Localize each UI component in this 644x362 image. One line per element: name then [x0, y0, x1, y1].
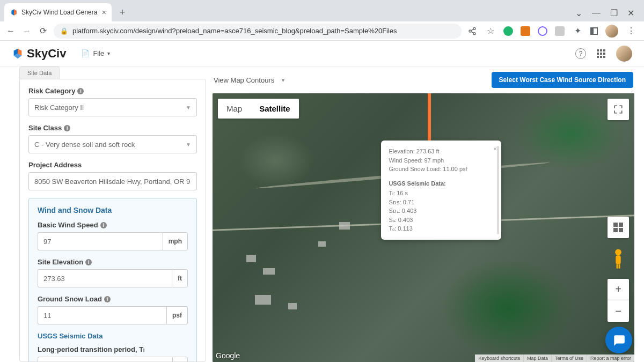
fullscreen-button[interactable]	[608, 99, 629, 120]
svg-rect-8	[617, 264, 618, 269]
info-tl: Tₗ: 16 s	[389, 189, 494, 198]
extension-orange-icon[interactable]	[521, 26, 530, 36]
elevation-label: Site Elevation i	[38, 258, 188, 266]
user-avatar[interactable]	[616, 46, 632, 62]
extension-green-icon[interactable]	[503, 26, 513, 36]
logo-text: SkyCiv	[27, 47, 66, 61]
new-tab-button[interactable]: +	[115, 5, 130, 20]
risk-category-select[interactable]: Risk Category II▼	[28, 98, 197, 116]
close-window-icon[interactable]: ✕	[627, 8, 634, 18]
info-usgs-title: USGS Seismic Data:	[389, 179, 494, 188]
info-icon[interactable]: i	[100, 222, 107, 228]
map-panel: View Map Contours ▾ Select Worst Case Wi…	[213, 67, 634, 362]
minimize-icon[interactable]: —	[592, 8, 601, 18]
help-icon[interactable]: ?	[575, 48, 586, 59]
snow-label: Ground Snow Load i	[38, 295, 188, 303]
chevron-down-icon: ▾	[107, 50, 110, 56]
pegman-button[interactable]	[608, 248, 629, 269]
site-data-panel: Site Data Risk Category i Risk Category …	[19, 67, 206, 362]
tl-input[interactable]: 16	[38, 357, 172, 362]
map-type-map[interactable]: Map	[218, 99, 251, 119]
wind-speed-input[interactable]: 97	[38, 232, 163, 250]
terms-link[interactable]: Terms of Use	[551, 354, 587, 362]
tab-title: SkyCiv Wind Load Genera	[21, 9, 99, 16]
address-input[interactable]: 8050 SW Beaverton Hillsdale Hwy, Portlan…	[28, 172, 197, 190]
map-footer: Keyboard shortcuts Map Data Terms of Use…	[475, 354, 634, 362]
info-icon[interactable]: i	[77, 88, 84, 94]
url-bar[interactable]: 🔒 platform.skyciv.com/design/wind?preloa…	[54, 24, 462, 39]
google-logo: Google	[216, 351, 240, 360]
logo[interactable]: SkyCiv	[12, 47, 66, 61]
chevron-down-icon[interactable]: ⌄	[575, 8, 582, 18]
back-icon[interactable]: ←	[5, 26, 16, 36]
map-info-window: × Elevation: 273.63 ft Wind Speed: 97 mp…	[381, 141, 501, 240]
file-menu[interactable]: 📄 File ▾	[81, 49, 110, 57]
map[interactable]: Map Satellite × Elevation: 273.63 ft Win…	[213, 93, 634, 362]
info-elevation: Elevation: 273.63 ft	[389, 147, 494, 156]
elevation-input[interactable]: 273.63	[38, 269, 172, 287]
tab-site-data[interactable]: Site Data	[19, 67, 60, 79]
url-text: platform.skyciv.com/design/wind?preload_…	[72, 27, 397, 35]
svg-point-2	[473, 32, 475, 34]
info-sds: Sᴅꜱ: 0.71	[389, 198, 494, 207]
info-sd1: Sᴅ₁: 0.403	[389, 206, 494, 216]
browser-tab[interactable]: SkyCiv Wind Load Genera ×	[4, 3, 112, 21]
risk-category-label: Risk Category i	[28, 87, 197, 95]
svg-line-4	[471, 32, 474, 33]
reload-icon[interactable]: ⟳	[38, 26, 48, 36]
unit-psf: psf	[166, 306, 188, 324]
share-icon[interactable]	[467, 26, 478, 36]
info-icon[interactable]: i	[64, 125, 70, 131]
extensions-icon[interactable]: ✦	[572, 26, 583, 36]
worst-case-button[interactable]: Select Worst Case Wind Source Direction	[492, 72, 633, 88]
scrollbar[interactable]	[497, 146, 499, 234]
map-type-control: Map Satellite	[218, 99, 299, 119]
forward-icon[interactable]: →	[21, 26, 32, 36]
chevron-down-icon: ▼	[186, 105, 191, 110]
map-type-satellite[interactable]: Satellite	[251, 99, 299, 119]
svg-point-0	[473, 27, 475, 29]
info-wind: Wind Speed: 97 mph	[389, 156, 494, 165]
file-icon: 📄	[81, 49, 90, 57]
chevron-down-icon: ▼	[186, 142, 191, 147]
map-data-link[interactable]: Map Data	[523, 354, 551, 362]
wind-snow-title: Wind and Snow Data	[38, 206, 188, 215]
site-class-label: Site Class i	[28, 124, 197, 132]
info-icon[interactable]: i	[85, 259, 92, 265]
close-icon[interactable]: ×	[102, 8, 106, 17]
chat-button[interactable]	[605, 327, 632, 353]
close-icon[interactable]: ×	[493, 144, 497, 154]
wind-speed-label: Basic Wind Speed i	[38, 221, 188, 229]
keyboard-shortcuts-link[interactable]: Keyboard shortcuts	[475, 354, 523, 362]
svg-point-6	[615, 249, 621, 256]
site-class-select[interactable]: C - Very dense soil and soft rock▼	[28, 135, 197, 153]
tilt-button[interactable]	[608, 217, 629, 238]
maximize-icon[interactable]: ❐	[610, 8, 618, 18]
star-icon[interactable]: ☆	[485, 26, 496, 36]
snow-input[interactable]: 11	[38, 306, 166, 324]
zoom-in-button[interactable]: +	[608, 279, 629, 300]
svg-rect-9	[619, 264, 620, 269]
unit-mph: mph	[163, 232, 188, 250]
window-controls: ⌄ — ❐ ✕	[575, 8, 640, 21]
chevron-down-icon: ▾	[282, 77, 284, 83]
menu-dots-icon[interactable]: ⋮	[626, 26, 636, 36]
report-error-link[interactable]: Report a map error	[587, 354, 634, 362]
browser-nav-bar: ← → ⟳ 🔒 platform.skyciv.com/design/wind?…	[0, 21, 644, 41]
tab-favicon	[10, 8, 18, 17]
extension-purple-icon[interactable]	[538, 26, 547, 36]
wind-snow-box: Wind and Snow Data Basic Wind Speed i 97…	[28, 198, 197, 362]
info-icon[interactable]: i	[104, 296, 111, 302]
profile-avatar[interactable]	[605, 25, 618, 38]
side-panel-icon[interactable]	[590, 27, 598, 35]
svg-line-3	[471, 29, 474, 31]
view-contours-dropdown[interactable]: View Map Contours ▾	[214, 76, 284, 84]
zoom-out-button[interactable]: −	[608, 300, 629, 322]
info-snow: Ground Snow Load: 11.00 psf	[389, 165, 494, 174]
unit-ft: ft	[172, 269, 188, 287]
tl-label: Long-period transition period, Tₗ	[38, 345, 188, 353]
logo-icon	[12, 48, 24, 60]
info-s1: S₁: 0.403	[389, 216, 494, 225]
extension-gray-icon[interactable]	[555, 26, 565, 36]
apps-icon[interactable]	[596, 48, 606, 59]
